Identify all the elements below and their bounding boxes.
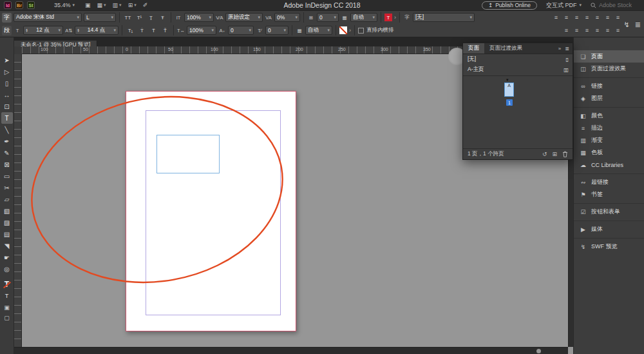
dock-bookmarks[interactable]: ⚑ 书签 (574, 188, 644, 201)
indesign-app-icon[interactable]: Id (4, 1, 12, 9)
grid-chars-select[interactable]: 0 ▾ (317, 13, 339, 22)
page-thumbnail[interactable]: A (504, 83, 514, 97)
rectangle-tool[interactable]: ▭ (1, 170, 13, 182)
align-right-icon[interactable]: ≡ (573, 14, 581, 22)
kerning-select[interactable]: 原始设定 ▾ (225, 13, 263, 22)
gradient-feather-tool[interactable]: ▨ (1, 217, 13, 228)
new-page-icon[interactable]: ⊞ (552, 151, 557, 157)
font-size-select[interactable]: ▴▾ 12 点 ▾ (23, 26, 63, 35)
zoom-level-dropdown[interactable]: 35.4% ▾ (54, 2, 75, 8)
document-page[interactable] (126, 91, 296, 331)
underline-icon[interactable]: Ṯ (146, 13, 156, 22)
dock-color[interactable]: ◧ 颜色 (574, 110, 644, 122)
dock-page-transitions[interactable]: ◫ 页面过渡效果 (574, 63, 644, 75)
hand-tool[interactable]: ☛ (1, 251, 13, 263)
stylus-icon[interactable]: ✐ ▾ (143, 2, 148, 8)
justify-right-icon[interactable]: ≡ (603, 14, 612, 22)
superscript-icon[interactable]: T¹ (135, 13, 144, 22)
dock-swatches[interactable]: ▦ 色板 (574, 146, 644, 159)
vertical-scale-select[interactable]: 100% ▾ (184, 13, 214, 22)
tab-page-transitions[interactable]: 页面过渡效果 (484, 43, 527, 54)
horizontal-scrollbar[interactable] (14, 347, 568, 354)
ruler-corner[interactable] (14, 46, 22, 54)
dock-pages[interactable]: ❏ 页面 (574, 50, 644, 63)
space-before-icon[interactable]: ≡ (603, 26, 612, 35)
skew-select[interactable]: 0 ▾ (265, 26, 289, 35)
text-color-none-swatch[interactable]: T (2, 280, 12, 289)
chevron-right-icon[interactable]: › (349, 27, 351, 34)
selection-tool[interactable]: ➤ (1, 54, 13, 66)
first-line-indent-icon[interactable]: ≡ (573, 26, 581, 35)
page-tool[interactable]: ▯ (1, 77, 13, 89)
content-collector-tool[interactable]: ⊡ (1, 101, 13, 112)
justify-all-icon[interactable]: ≡ (614, 14, 622, 22)
align-center-icon[interactable]: ≡ (562, 14, 571, 22)
ruby-icon[interactable]: T̈ (149, 26, 158, 35)
gradient-swatch-tool[interactable]: ▧ (1, 205, 13, 217)
stock-app-icon[interactable]: St (27, 1, 35, 9)
all-caps-icon[interactable]: TT (123, 13, 133, 22)
line-tool[interactable]: ╲ (1, 124, 13, 135)
gap-tool[interactable]: ↔ (1, 89, 13, 101)
text-frame[interactable] (156, 135, 220, 173)
dock-swf-preview[interactable]: ↯ SWF 预览 (574, 241, 644, 253)
character-formatting-toggle[interactable]: 字 (2, 13, 12, 23)
dock-gradient[interactable]: ▥ 渐变 (574, 134, 644, 146)
pen-tool[interactable]: ✒ (1, 135, 13, 147)
leading-select[interactable]: ▴▾ 14.4 点 ▾ (75, 26, 118, 35)
horizontal-scale-select[interactable]: 100% ▾ (187, 26, 216, 35)
collapse-panel-icon[interactable]: » (558, 46, 561, 52)
dock-links[interactable]: ∞ 链接 (574, 80, 644, 92)
tracking-select[interactable]: 0% ▾ (274, 13, 300, 22)
chevron-right-icon[interactable]: › (394, 14, 396, 21)
indent-right-icon[interactable]: ≡ (583, 26, 591, 35)
warichu-icon[interactable]: Ť (160, 26, 170, 35)
scrollbar-thumb[interactable] (536, 349, 541, 353)
screen-mode-icon[interactable]: ▥ ▾ (113, 2, 122, 8)
panel-menu-icon[interactable]: ≣ (635, 21, 641, 29)
space-after-icon[interactable]: ≡ (614, 26, 622, 35)
dock-hyperlinks[interactable]: ∾ 超链接 (574, 176, 644, 188)
gyoudori-row2-select[interactable]: 自动 ▾ (305, 26, 332, 35)
align-left-icon[interactable]: ≡ (552, 14, 560, 22)
strikethrough-icon[interactable]: Ŧ (158, 13, 167, 22)
panel-menu-icon[interactable]: ≣ (565, 46, 569, 52)
master-none-row[interactable]: [无] ▯ (463, 54, 573, 64)
stepper-icon[interactable]: ▴▾ (26, 28, 28, 33)
delete-page-icon[interactable] (562, 151, 568, 157)
align-to-grid-icon[interactable]: ≡ (593, 26, 601, 35)
subscript-icon[interactable]: T₁ (126, 26, 135, 35)
vertical-ruler[interactable] (14, 54, 22, 347)
zoom-tool[interactable]: ◎ (1, 263, 13, 275)
pencil-tool[interactable]: ✎ (1, 147, 13, 159)
stroke-color-none-swatch[interactable] (339, 26, 347, 34)
window-arrange-icon[interactable]: ⊞ ▾ (128, 2, 137, 8)
character-style-select[interactable]: [无] ▾ (413, 13, 475, 22)
formatting-affects-text-icon[interactable]: T (5, 293, 9, 299)
free-transform-tool[interactable]: ▱ (1, 193, 13, 205)
font-family-select[interactable]: Adobe 宋体 Std ▾ (14, 13, 82, 22)
view-options-icon[interactable]: ▦ ▾ (97, 2, 106, 8)
gyoudori-select[interactable]: 自动 ▾ (350, 13, 377, 22)
publish-online-button[interactable]: ↥ Publish Online (482, 1, 537, 10)
justify-center-icon[interactable]: ≡ (593, 14, 601, 22)
font-style-select[interactable]: L ▾ (84, 13, 116, 22)
paragraph-formatting-toggle[interactable]: 段 (2, 26, 12, 35)
character-color-swatch[interactable]: T (384, 14, 392, 21)
dock-stroke[interactable]: ≡ 描边 (574, 122, 644, 134)
rectangle-frame-tool[interactable]: ⊠ (1, 159, 13, 170)
apply-color-icon[interactable]: ▣ (4, 304, 10, 311)
stock-search-input[interactable] (599, 2, 640, 8)
page-number-badge[interactable]: 1 (506, 99, 513, 106)
eyedropper-tool[interactable]: ◥ (1, 240, 13, 251)
dock-cc-libraries[interactable]: ☁ CC Libraries (574, 159, 644, 171)
bridge-app-icon[interactable]: Br (15, 1, 23, 9)
direct-selection-tool[interactable]: ▷ (1, 66, 13, 77)
quick-apply-icon[interactable]: ↯ (624, 21, 630, 29)
tatechuyoko-checkbox[interactable]: 直排内横排 (358, 26, 394, 34)
stepper-icon[interactable]: ▴▾ (77, 28, 79, 33)
tab-pages[interactable]: 页面 (463, 43, 484, 54)
dock-media[interactable]: ▶ 媒体 (574, 223, 644, 235)
screen-mode-icon[interactable]: ▢ (4, 315, 10, 321)
dock-buttons-forms[interactable]: ☑ 按钮和表单 (574, 206, 644, 218)
